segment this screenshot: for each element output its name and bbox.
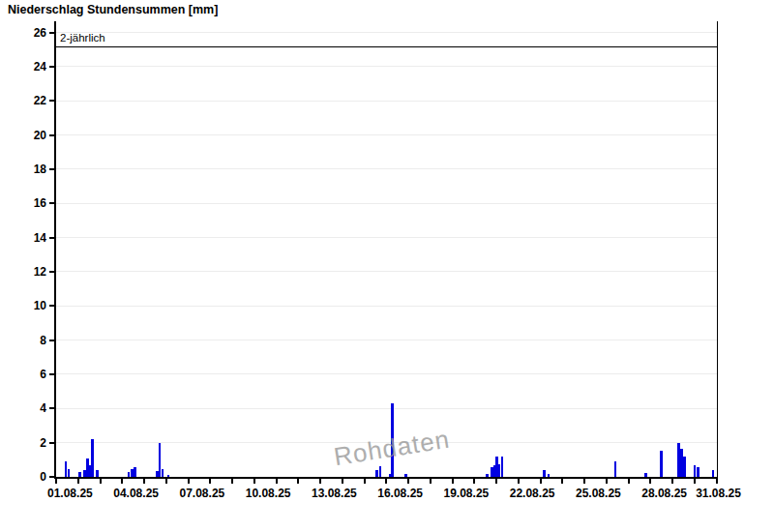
x-axis-tick bbox=[231, 479, 233, 484]
y-tick-label: 10 bbox=[17, 299, 46, 312]
precip-bar bbox=[404, 474, 407, 477]
precip-bar bbox=[91, 439, 94, 477]
precip-bar bbox=[697, 467, 700, 477]
x-axis-tick bbox=[121, 479, 123, 484]
precip-bar bbox=[379, 466, 382, 477]
y-axis-tick bbox=[49, 168, 54, 170]
gridline bbox=[56, 134, 717, 135]
x-axis-tick bbox=[628, 479, 630, 484]
precip-bar bbox=[712, 470, 715, 477]
precip-bar bbox=[683, 457, 686, 477]
x-axis-tick bbox=[540, 479, 542, 484]
gridline bbox=[56, 203, 717, 204]
chart-container: Niederschlag Stundensummen [mm] 02468101… bbox=[0, 0, 774, 532]
precip-bar bbox=[78, 472, 81, 477]
x-axis-tick bbox=[276, 479, 278, 484]
y-axis-tick bbox=[49, 407, 54, 409]
x-axis-tick bbox=[253, 479, 255, 484]
x-axis-tick bbox=[319, 479, 321, 484]
x-axis-tick bbox=[297, 479, 299, 484]
x-tick-label: 22.08.25 bbox=[497, 487, 567, 500]
precip-bar bbox=[543, 470, 546, 477]
x-axis-tick bbox=[606, 479, 608, 484]
x-axis-tick bbox=[100, 479, 102, 484]
x-tick-label: 31.08.25 bbox=[684, 487, 754, 500]
precip-bar bbox=[134, 467, 136, 477]
gridline bbox=[56, 271, 717, 272]
x-tick-label: 13.08.25 bbox=[299, 487, 369, 500]
x-axis-tick bbox=[452, 479, 454, 484]
x-axis-tick bbox=[342, 479, 343, 484]
y-axis-tick bbox=[49, 442, 54, 444]
y-axis-tick bbox=[49, 476, 54, 478]
y-axis-tick bbox=[49, 373, 54, 375]
x-axis-tick bbox=[694, 479, 696, 484]
x-axis-tick bbox=[55, 479, 57, 484]
precip-bar bbox=[486, 474, 489, 477]
threshold-line bbox=[56, 46, 717, 47]
y-axis-tick bbox=[49, 340, 54, 341]
y-tick-label: 4 bbox=[17, 401, 46, 415]
y-tick-label: 24 bbox=[17, 60, 46, 74]
gridline bbox=[56, 340, 717, 340]
gridline bbox=[56, 237, 717, 238]
x-axis-tick bbox=[561, 479, 563, 484]
x-axis-tick bbox=[716, 479, 718, 484]
y-tick-label: 22 bbox=[17, 94, 46, 107]
x-axis-tick bbox=[473, 479, 475, 484]
x-tick-label: 19.08.25 bbox=[432, 487, 501, 500]
y-tick-label: 14 bbox=[17, 231, 46, 245]
gridline bbox=[56, 373, 717, 374]
threshold-label: 2-jährlich bbox=[60, 32, 105, 44]
y-axis-tick bbox=[49, 202, 54, 204]
x-axis-tick bbox=[518, 479, 520, 484]
x-axis-tick bbox=[671, 479, 673, 484]
x-axis-tick bbox=[385, 479, 387, 484]
y-axis-tick bbox=[49, 134, 54, 136]
y-axis-line bbox=[54, 21, 56, 479]
gridline bbox=[56, 66, 717, 67]
precip-bar bbox=[501, 457, 504, 477]
gridline bbox=[56, 168, 717, 169]
x-axis-tick bbox=[649, 479, 651, 484]
y-tick-label: 20 bbox=[17, 129, 46, 142]
x-tick-label: 04.08.25 bbox=[102, 487, 171, 500]
precip-bar bbox=[68, 469, 71, 477]
chart-title: Niederschlag Stundensummen [mm] bbox=[8, 3, 218, 16]
y-axis-tick bbox=[49, 237, 54, 239]
precip-bar bbox=[167, 475, 170, 477]
y-tick-label: 8 bbox=[17, 334, 46, 347]
x-axis-tick bbox=[209, 479, 211, 484]
gridline bbox=[56, 306, 717, 307]
precip-bar bbox=[548, 474, 551, 477]
precip-bar bbox=[162, 469, 164, 477]
precip-bar bbox=[660, 451, 663, 477]
x-axis-tick bbox=[143, 479, 145, 484]
y-axis-tick bbox=[49, 305, 54, 307]
x-axis-tick bbox=[495, 479, 497, 484]
y-axis-tick bbox=[49, 32, 54, 34]
gridline bbox=[56, 408, 717, 409]
y-tick-label: 16 bbox=[17, 196, 46, 210]
x-axis-tick bbox=[77, 479, 79, 484]
x-axis-tick bbox=[407, 479, 409, 484]
y-tick-label: 18 bbox=[17, 163, 46, 176]
x-tick-label: 07.08.25 bbox=[167, 487, 237, 500]
y-tick-label: 26 bbox=[17, 26, 46, 40]
x-tick-label: 01.08.25 bbox=[35, 487, 104, 500]
y-tick-label: 0 bbox=[17, 470, 46, 484]
precip-bar bbox=[96, 470, 99, 477]
x-axis-tick bbox=[165, 479, 167, 484]
x-axis-tick bbox=[364, 479, 366, 484]
gridline bbox=[56, 32, 717, 33]
right-border-line bbox=[717, 21, 718, 479]
gridline bbox=[56, 101, 717, 102]
x-tick-label: 25.08.25 bbox=[563, 487, 633, 500]
y-tick-label: 6 bbox=[17, 368, 46, 381]
x-tick-label: 16.08.25 bbox=[366, 487, 435, 500]
y-axis-tick bbox=[49, 66, 54, 68]
y-axis-tick bbox=[49, 271, 54, 273]
y-tick-label: 12 bbox=[17, 265, 46, 279]
precip-bar bbox=[644, 473, 647, 477]
x-axis-tick bbox=[583, 479, 585, 484]
